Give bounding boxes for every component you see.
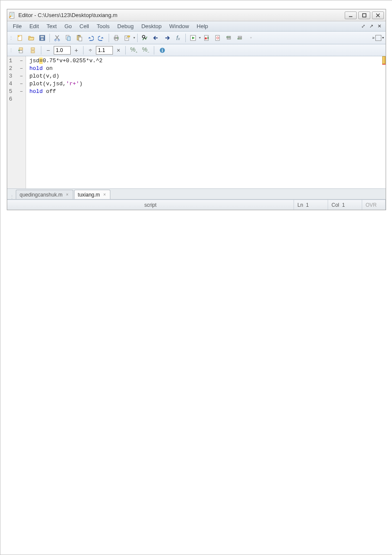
app-icon xyxy=(9,12,16,19)
line-number: 4 xyxy=(9,81,12,87)
undo-button[interactable] xyxy=(85,33,95,43)
toolbar-dropdown-icon[interactable]: ▾ xyxy=(382,36,384,40)
tab-tuxiang[interactable]: tuxiang.m × xyxy=(74,190,111,199)
svg-rect-33 xyxy=(31,51,35,53)
stack-down-button[interactable] xyxy=(235,33,245,43)
svg-rect-7 xyxy=(41,38,43,40)
menu-edit[interactable]: Edit xyxy=(26,22,43,31)
svg-rect-26 xyxy=(227,36,231,38)
svg-point-23 xyxy=(205,37,207,39)
info-button[interactable]: i xyxy=(157,45,167,55)
menu-window[interactable]: Window xyxy=(165,22,193,31)
stack-up-button[interactable] xyxy=(224,33,234,43)
cut-button[interactable] xyxy=(52,33,62,43)
status-type: script xyxy=(7,200,294,210)
svg-rect-6 xyxy=(40,36,44,38)
file-tabs: ⋮ quedingcanshuk.m × tuxiang.m × xyxy=(7,188,386,199)
svg-point-18 xyxy=(117,38,118,38)
find-button[interactable] xyxy=(140,33,150,43)
menu-text[interactable]: Text xyxy=(43,22,61,31)
new-file-button[interactable] xyxy=(15,33,25,43)
svg-point-4 xyxy=(18,35,20,37)
percent-dec-button[interactable]: %− xyxy=(141,45,151,55)
menu-file[interactable]: File xyxy=(9,22,26,31)
divide-icon[interactable]: ÷ xyxy=(86,47,94,54)
plus-icon[interactable]: + xyxy=(72,47,80,54)
line-dash: – xyxy=(20,65,23,72)
message-bar-icon[interactable] xyxy=(382,56,386,64)
print-button[interactable] xyxy=(111,33,121,43)
code-text[interactable]: jsd=0.75*v+0.0255*v.^2hold onplot(v,d)pl… xyxy=(26,56,386,188)
toolbar-overflow-icon[interactable]: » xyxy=(372,35,375,40)
run-button[interactable] xyxy=(188,33,198,43)
menu-help[interactable]: Help xyxy=(193,22,212,31)
svg-rect-27 xyxy=(227,38,231,39)
tab-label: tuxiang.m xyxy=(78,192,100,198)
main-toolbar: ⋮ ▾ fx ▾ ▾ » ▾ xyxy=(7,32,386,44)
svg-rect-32 xyxy=(31,48,35,50)
status-col: Col 1 xyxy=(328,200,362,210)
cell-handle-icon: ⋮ xyxy=(9,48,13,52)
undock-icon[interactable]: ↗ xyxy=(369,23,374,30)
function-hint-button[interactable]: fx xyxy=(173,33,183,43)
percent-inc-button[interactable]: %+ xyxy=(129,45,139,55)
tab-label: quedingcanshuk.m xyxy=(20,192,63,198)
menu-debug[interactable]: Debug xyxy=(113,22,137,31)
tab-quedingcanshuk[interactable]: quedingcanshuk.m × xyxy=(16,190,73,199)
line-number: 6 xyxy=(9,96,12,103)
titlebar: Editor - C:\Users\123\Desktop\tuxiang.m xyxy=(7,9,386,21)
maximize-button[interactable] xyxy=(358,12,370,19)
clear-breakpoint-button[interactable] xyxy=(213,33,223,43)
menu-go[interactable]: Go xyxy=(61,22,75,31)
line-number: 5 xyxy=(9,88,12,95)
line-number: 3 xyxy=(9,73,12,80)
tabs-handle-icon: ⋮ xyxy=(10,194,14,199)
tab-close-icon[interactable]: × xyxy=(103,192,107,197)
tab-close-icon[interactable]: × xyxy=(65,192,69,197)
cell-eval-button[interactable] xyxy=(28,45,38,55)
set-breakpoint-button[interactable] xyxy=(202,33,212,43)
minus-icon[interactable]: − xyxy=(44,47,52,54)
dock-icon[interactable]: ⤢ xyxy=(360,23,366,30)
svg-rect-2 xyxy=(363,14,366,17)
save-button[interactable] xyxy=(37,33,47,43)
menu-cell[interactable]: Cell xyxy=(76,22,93,31)
cell-insert-button[interactable] xyxy=(16,45,26,55)
paste-button[interactable] xyxy=(74,33,84,43)
line-dash: – xyxy=(20,81,23,87)
cell-step-input-2[interactable] xyxy=(96,46,113,55)
menu-desktop[interactable]: Desktop xyxy=(138,22,166,31)
publish-button[interactable] xyxy=(122,33,133,43)
svg-rect-13 xyxy=(78,35,80,36)
forward-button[interactable] xyxy=(162,33,172,43)
status-ovr[interactable]: OVR xyxy=(362,200,386,210)
menu-tools[interactable]: Tools xyxy=(93,22,113,31)
editor-window: Editor - C:\Users\123\Desktop\tuxiang.m … xyxy=(7,9,386,210)
line-dash: – xyxy=(20,88,23,95)
toolbar-handle-icon: ⋮ xyxy=(9,35,13,40)
cell-step-input-1[interactable] xyxy=(54,46,71,55)
editor-area[interactable]: 1– 2– 3– 4– 5– 6 jsd=0.75*v+0.0255*v.^2h… xyxy=(7,56,386,188)
toolbar-box-icon[interactable] xyxy=(375,35,381,41)
redo-button[interactable] xyxy=(96,33,107,43)
line-dash: – xyxy=(20,58,23,64)
svg-rect-11 xyxy=(67,37,70,40)
line-gutter: 1– 2– 3– 4– 5– 6 xyxy=(7,56,26,188)
line-number: 1 xyxy=(9,58,12,64)
back-button[interactable] xyxy=(151,33,161,43)
message-mark-icon[interactable] xyxy=(382,64,386,65)
close-button[interactable] xyxy=(372,12,384,19)
menubar: File Edit Text Go Cell Tools Debug Deskt… xyxy=(7,21,386,32)
svg-rect-14 xyxy=(79,37,82,41)
svg-rect-29 xyxy=(238,38,242,39)
times-icon[interactable]: × xyxy=(115,47,122,54)
cell-toolbar: ⋮ − + ÷ × %+ %− i xyxy=(7,44,386,56)
statusbar: script Ln 1 Col 1 OVR xyxy=(7,199,386,210)
open-file-button[interactable] xyxy=(26,33,36,43)
status-line: Ln 1 xyxy=(294,200,328,210)
svg-rect-31 xyxy=(19,51,23,53)
minimize-button[interactable] xyxy=(345,12,357,19)
copy-button[interactable] xyxy=(63,33,73,43)
panel-close-icon[interactable]: ✕ xyxy=(377,23,382,30)
line-dash: – xyxy=(20,73,23,80)
